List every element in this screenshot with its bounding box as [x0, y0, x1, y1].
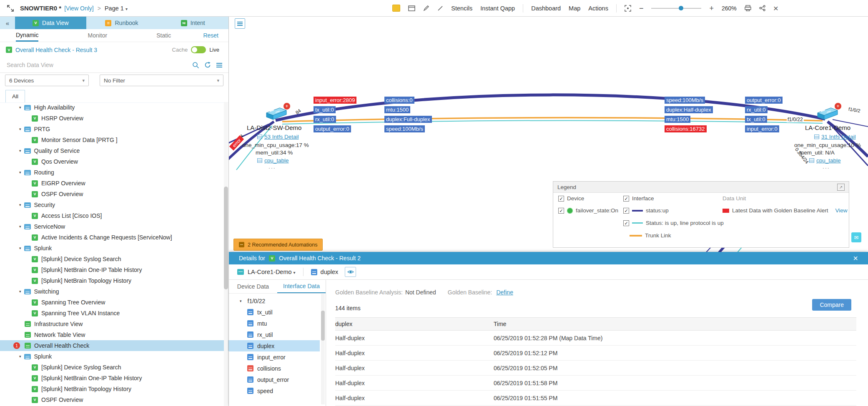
legend-failover-item[interactable]: failover_state:On — [558, 207, 618, 214]
subtab-dynamic[interactable]: Dynamic — [16, 29, 38, 42]
tree-item[interactable]: High Availability — [0, 102, 228, 113]
device-name[interactable]: LA-Core1-Demo — [805, 124, 850, 131]
zoom-slider-handle[interactable] — [679, 6, 683, 10]
expand-arrow-icon[interactable] — [19, 203, 21, 207]
legend-status-up-item[interactable]: status:up — [623, 207, 669, 214]
link-data-label[interactable]: tx_util:0 — [314, 106, 336, 113]
interface-port-label[interactable]: f1/0/22 — [787, 117, 804, 122]
page-selector[interactable]: Page 1 — [105, 5, 124, 12]
menu-dashboard[interactable]: Dashboard — [531, 5, 561, 12]
checkbox-checked-icon[interactable] — [558, 208, 564, 214]
tree-item[interactable]: Switching — [0, 286, 228, 297]
zoom-out-button[interactable]: − — [639, 5, 644, 12]
tab-data-view[interactable]: Data View — [15, 17, 86, 29]
message-button[interactable] — [851, 232, 861, 242]
expand-arrow-icon[interactable] — [240, 299, 242, 303]
interface-variable[interactable]: input_error — [229, 351, 320, 363]
close-details-icon[interactable] — [853, 254, 858, 263]
link-data-label[interactable]: collisions:0 — [384, 97, 414, 104]
tree-item[interactable]: [Splunk] Device Syslog Search — [0, 254, 228, 264]
tree-item[interactable]: Splunk — [0, 351, 228, 362]
close-map-icon[interactable] — [773, 4, 778, 12]
subtab-monitor[interactable]: Monitor — [88, 29, 107, 42]
interface-variable[interactable]: collisions — [229, 363, 320, 374]
checkbox-checked-icon[interactable] — [623, 208, 629, 214]
legend-expand-icon[interactable] — [837, 184, 845, 191]
interface-variable[interactable]: mtu — [229, 318, 320, 329]
expand-arrow-icon[interactable] — [19, 170, 21, 174]
more-options[interactable]: ... — [268, 163, 276, 170]
legend-status-protocol-item[interactable]: Status: is up, line protocol is up — [623, 220, 724, 226]
tree-item[interactable]: Routing — [0, 167, 228, 178]
expand-arrow-icon[interactable] — [19, 127, 21, 131]
tab-runbook[interactable]: Runbook — [86, 17, 158, 29]
device-selector[interactable]: LA-Core1-Demo — [248, 269, 292, 275]
link-data-label[interactable]: output_error:0 — [314, 125, 351, 132]
tree-item[interactable]: Qos Overview — [0, 156, 228, 167]
tab-all[interactable]: All — [5, 90, 25, 102]
link-data-label[interactable]: input_error:0 — [745, 125, 779, 132]
link-data-label[interactable]: duplex:Half-duplex — [665, 106, 713, 113]
expand-arrow-icon[interactable] — [19, 354, 21, 359]
legend-view-link[interactable]: View — [835, 207, 847, 214]
tree-item[interactable]: Access List [Cisco IOS] — [0, 210, 228, 221]
link-data-label[interactable]: rx_util:0 — [745, 106, 768, 113]
filter-dropdown[interactable]: No Filter — [100, 75, 223, 86]
table-row[interactable]: Half-duplex06/25/2019 01:52:05 PM — [335, 361, 856, 376]
checkbox-checked-icon[interactable] — [558, 196, 564, 202]
share-icon[interactable] — [759, 5, 765, 11]
link-data-label[interactable]: rx_util:0 — [314, 116, 336, 123]
intfs-detail-link[interactable]: 31 Intfs Detail — [814, 134, 856, 140]
map-layers-button[interactable] — [235, 18, 245, 29]
tab-device-data[interactable]: Device Data — [229, 280, 277, 293]
cache-live-toggle[interactable] — [191, 46, 206, 53]
menu-map[interactable]: Map — [569, 5, 580, 12]
link-status-up[interactable] — [276, 95, 825, 120]
cpu-table-link[interactable]: cpu_table — [257, 157, 289, 164]
tree-item[interactable]: Network Table View — [0, 329, 228, 340]
tree-item[interactable]: EIGRP Overview — [0, 178, 228, 189]
interface-variable[interactable]: tx_util — [229, 306, 320, 318]
tree-item[interactable]: Monitor Sensor Data [PRTG ] — [0, 135, 228, 145]
tree-item[interactable]: OSPF Overview — [0, 394, 228, 405]
search-input[interactable] — [6, 61, 187, 69]
page-caret-icon[interactable] — [124, 5, 128, 12]
tab-interface-data[interactable]: Interface Data — [277, 280, 326, 293]
refresh-icon[interactable] — [204, 62, 211, 68]
expand-window-icon[interactable] — [7, 5, 14, 12]
interface-variable[interactable]: speed — [229, 385, 320, 396]
tree-item[interactable]: HSRP Overview — [0, 113, 228, 124]
current-result-label[interactable]: Overall Health Check - Result 3 — [15, 47, 97, 53]
interface-variable[interactable]: rx_util — [229, 329, 320, 340]
device-selector-caret-icon[interactable] — [292, 269, 296, 275]
gb-define-link[interactable]: Define — [496, 289, 513, 296]
table-row[interactable]: Half-duplex06/25/2019 01:51:58 PM — [335, 376, 856, 391]
tab-intent[interactable]: Intent — [157, 17, 228, 29]
legend-device-checkbox[interactable]: Device — [558, 195, 584, 202]
intfs-detail-link[interactable]: 53 Intfs Detail — [257, 134, 299, 140]
device-mem-label[interactable]: mem_util:34 % — [256, 149, 293, 156]
compare-button[interactable]: Compare — [812, 299, 851, 311]
menu-instant-qapp[interactable]: Instant Qapp — [480, 5, 515, 12]
zoom-in-button[interactable]: + — [709, 5, 714, 12]
cpu-table-link[interactable]: cpu_table — [809, 157, 841, 164]
link-data-label[interactable]: mtu:1500 — [665, 116, 690, 123]
reset-link[interactable]: Reset — [203, 29, 218, 42]
expand-arrow-icon[interactable] — [19, 105, 21, 110]
device-cpu-label[interactable]: one_min_cpu_usage:17 % — [242, 142, 309, 148]
tree-item[interactable]: Active Incidents & Change Requests [Serv… — [0, 232, 228, 243]
table-row[interactable]: Half-duplex06/25/2019 01:51:55 PM — [335, 391, 856, 406]
list-scrollbar-thumb[interactable] — [321, 311, 325, 341]
recommended-automations-button[interactable]: 2 Recommended Automations — [233, 239, 323, 251]
collapse-sidebar-icon[interactable] — [0, 17, 15, 29]
device-cpu-label[interactable]: one_min_cpu_usage:10 % — [794, 142, 861, 148]
window-icon[interactable] — [408, 5, 415, 11]
table-row[interactable]: Half-duplex06/25/2019 01:52:28 PM (Map D… — [335, 331, 856, 346]
expand-arrow-icon[interactable] — [19, 149, 21, 153]
devices-dropdown[interactable]: 6 Devices — [5, 75, 89, 86]
zoom-slider[interactable] — [651, 8, 701, 9]
tree-item[interactable]: [Splunk] Device Syslog Search — [0, 362, 228, 373]
expand-arrow-icon[interactable] — [19, 224, 21, 229]
interface-variable[interactable]: output_error — [229, 374, 320, 385]
interface-variable[interactable]: duplex — [229, 340, 320, 351]
